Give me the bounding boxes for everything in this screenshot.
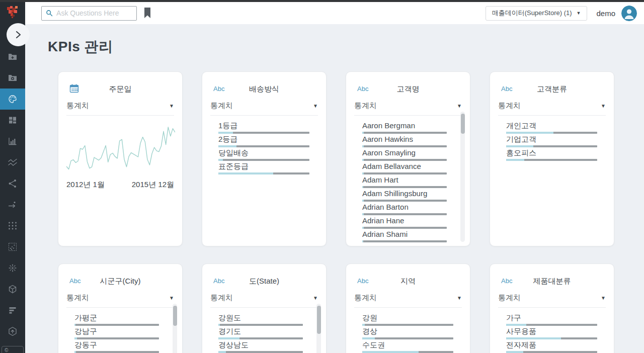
value-list: 1등급 2등급 당일배송 bbox=[202, 122, 326, 176]
list-item[interactable]: 수도권 bbox=[346, 341, 470, 353]
list-item[interactable]: Adam Shillingsburg bbox=[346, 190, 470, 203]
chevron-down-icon: ▼ bbox=[313, 295, 318, 301]
list-item[interactable]: 경상 bbox=[346, 327, 470, 341]
list-item[interactable]: Aaron Smayling bbox=[346, 149, 470, 162]
sidebar-item-data-flow[interactable] bbox=[0, 194, 25, 215]
bottom-partial-button[interactable]: © bbox=[2, 346, 24, 353]
list-scrollbar[interactable] bbox=[316, 304, 321, 353]
stat-dropdown-label: 통계치 bbox=[498, 293, 521, 303]
list-item[interactable]: Aaron Hawkins bbox=[346, 135, 470, 149]
list-item[interactable]: 사무용품 bbox=[490, 327, 614, 341]
dataset-selector[interactable]: 매출데이터(SuperStore) (1) ▼ bbox=[486, 6, 588, 21]
calendar-icon bbox=[69, 83, 79, 93]
stat-dropdown[interactable]: 통계치 ▼ bbox=[66, 101, 174, 111]
search-box[interactable] bbox=[41, 6, 137, 21]
list-item[interactable]: 강원도 bbox=[202, 314, 326, 327]
list-item[interactable]: 강원 bbox=[346, 314, 470, 327]
sidebar-item-bar-chart[interactable] bbox=[0, 131, 25, 152]
sidebar-item-trend-lines[interactable] bbox=[0, 152, 25, 173]
distribution-bar bbox=[74, 337, 159, 339]
list-scrollbar[interactable] bbox=[460, 112, 465, 242]
sidebar-expand-button[interactable] bbox=[7, 23, 30, 46]
range-end-label: 2015년 12월 bbox=[132, 180, 174, 190]
stat-dropdown-label: 통계치 bbox=[66, 101, 89, 111]
distribution-bar bbox=[506, 132, 597, 134]
stat-dropdown[interactable]: 통계치 ▼ bbox=[498, 101, 606, 111]
stat-dropdown[interactable]: 통계치 ▼ bbox=[210, 101, 318, 111]
list-item[interactable]: Adam Hart bbox=[346, 176, 470, 190]
distribution-bar bbox=[218, 337, 303, 339]
user-avatar[interactable] bbox=[621, 6, 637, 21]
list-item[interactable]: Adrian Shami bbox=[346, 230, 470, 244]
list-item[interactable]: 가구 bbox=[490, 314, 614, 327]
list-item[interactable]: 홈오피스 bbox=[490, 149, 614, 162]
list-item-label: Adam Shillingsburg bbox=[362, 190, 447, 198]
scrollbar-thumb[interactable] bbox=[173, 306, 177, 326]
sidebar-item-folder-settings[interactable] bbox=[0, 67, 25, 89]
divider bbox=[498, 307, 606, 308]
sidebar-item-hexagon-arrow[interactable] bbox=[0, 321, 25, 342]
date-sparkline-chart[interactable] bbox=[66, 122, 174, 176]
list-item[interactable]: 강동구 bbox=[58, 341, 182, 353]
app-logo[interactable] bbox=[4, 4, 21, 21]
list-item[interactable]: Aaron Bergman bbox=[346, 122, 470, 135]
divider bbox=[498, 115, 606, 116]
stat-dropdown-label: 통계치 bbox=[354, 101, 377, 111]
add-folder-icon bbox=[8, 52, 18, 62]
list-item[interactable]: Adrian Hane bbox=[346, 217, 470, 230]
scrollbar-thumb[interactable] bbox=[461, 114, 465, 134]
sidebar-item-scatter-plot[interactable] bbox=[0, 236, 25, 257]
list-item[interactable]: 표준등급 bbox=[202, 162, 326, 176]
card-header: Abc 시군구(City) bbox=[58, 277, 182, 287]
list-item[interactable]: 1등급 bbox=[202, 122, 326, 135]
list-item[interactable]: 경상남도 bbox=[202, 341, 326, 353]
list-item[interactable]: 기업고객 bbox=[490, 135, 614, 149]
stat-dropdown-label: 통계치 bbox=[210, 101, 233, 111]
sidebar-item-cluster-dots[interactable] bbox=[0, 215, 25, 236]
dataset-selector-label: 매출데이터(SuperStore) (1) bbox=[492, 9, 572, 18]
hexagon-arrow-icon bbox=[8, 326, 18, 336]
stat-dropdown[interactable]: 통계치 ▼ bbox=[210, 293, 318, 303]
distribution-bar bbox=[362, 159, 447, 161]
list-item[interactable]: 전자제품 bbox=[490, 341, 614, 353]
sidebar-item-cube[interactable] bbox=[0, 279, 25, 300]
list-item-label: Adrian Barton bbox=[362, 203, 447, 211]
abc-field-icon: Abc bbox=[357, 85, 368, 93]
network-burst-icon bbox=[8, 263, 18, 273]
main-content: KPIs 관리 주문일 통계치 ▼ 2012년 1월 2015년 12월 Abc… bbox=[25, 24, 644, 353]
date-range-row: 2012년 1월 2015년 12월 bbox=[66, 180, 174, 190]
scrollbar-thumb[interactable] bbox=[317, 306, 321, 334]
stat-dropdown[interactable]: 통계치 ▼ bbox=[354, 293, 462, 303]
divider bbox=[66, 115, 174, 116]
distribution-bar bbox=[362, 227, 447, 229]
list-item-label: Adam Bellavance bbox=[362, 162, 447, 170]
sidebar-item-funnel[interactable] bbox=[0, 300, 25, 321]
list-item[interactable]: Adrian Barton bbox=[346, 203, 470, 217]
list-item[interactable]: 강남구 bbox=[58, 327, 182, 341]
list-item[interactable]: 2등급 bbox=[202, 135, 326, 149]
distribution-bar bbox=[362, 351, 453, 353]
sidebar-item-share[interactable] bbox=[0, 173, 25, 194]
stat-dropdown[interactable]: 통계치 ▼ bbox=[66, 293, 174, 303]
sidebar-item-dashboard-grid[interactable] bbox=[0, 110, 25, 131]
list-item[interactable]: 개인고객 bbox=[490, 122, 614, 135]
list-scrollbar[interactable] bbox=[173, 304, 177, 353]
trend-lines-icon bbox=[8, 157, 18, 167]
list-item[interactable]: 경기도 bbox=[202, 327, 326, 341]
card-header: Abc 도(State) bbox=[202, 277, 326, 287]
list-item-label: 수도권 bbox=[362, 341, 453, 349]
list-item[interactable]: 가평군 bbox=[58, 314, 182, 327]
bookmark-icon[interactable] bbox=[143, 7, 152, 19]
list-item[interactable]: Adam Bellavance bbox=[346, 162, 470, 176]
sidebar-item-network-burst[interactable] bbox=[0, 257, 25, 279]
card-header: Abc 지역 bbox=[346, 277, 470, 287]
stat-dropdown[interactable]: 통계치 ▼ bbox=[498, 293, 606, 303]
distribution-bar bbox=[362, 145, 447, 147]
stat-dropdown[interactable]: 통계치 ▼ bbox=[354, 101, 462, 111]
search-input[interactable] bbox=[56, 9, 132, 17]
cluster-dots-icon bbox=[8, 221, 18, 231]
list-item[interactable]: 당일배송 bbox=[202, 149, 326, 162]
kpi-card-customer-name: Abc 고객명 통계치 ▼ Aaron Bergman Aaron Hawkin… bbox=[346, 71, 470, 246]
sidebar-item-add-folder[interactable] bbox=[0, 46, 25, 67]
sidebar-item-kpi-palette[interactable] bbox=[0, 89, 25, 110]
